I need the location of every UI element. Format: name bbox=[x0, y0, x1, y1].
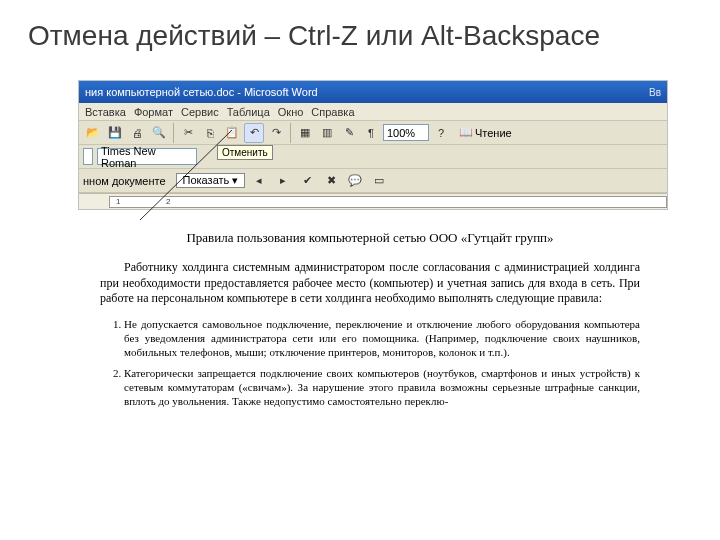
show-button[interactable]: Показать ▾ bbox=[176, 173, 246, 188]
style-combo[interactable] bbox=[83, 148, 93, 165]
review-toolbar: нном документе Показать ▾ ◂ ▸ ✔ ✖ 💬 ▭ bbox=[79, 169, 667, 193]
format-toolbar: Times New Roman bbox=[79, 145, 667, 169]
cut-button[interactable]: ✂ bbox=[178, 123, 198, 143]
next-change-button[interactable]: ▸ bbox=[273, 171, 293, 191]
list-item: Не допускается самовольное подключение, … bbox=[124, 317, 640, 360]
comment-button[interactable]: 💬 bbox=[345, 171, 365, 191]
undo-tooltip: Отменить bbox=[217, 145, 273, 160]
paste-button[interactable]: 📋 bbox=[222, 123, 242, 143]
save-button[interactable]: 💾 bbox=[105, 123, 125, 143]
read-label: Чтение bbox=[475, 127, 512, 139]
help-button[interactable]: ? bbox=[431, 123, 451, 143]
open-button[interactable]: 📂 bbox=[83, 123, 103, 143]
menubar: Вставка Формат Сервис Таблица Окно Справ… bbox=[79, 103, 667, 121]
divider bbox=[173, 123, 174, 143]
columns-button[interactable]: ▥ bbox=[317, 123, 337, 143]
menu-help[interactable]: Справка bbox=[311, 106, 354, 118]
accept-button[interactable]: ✔ bbox=[297, 171, 317, 191]
standard-toolbar: 📂 💾 🖨 🔍 ✂ ⎘ 📋 ↶ ↷ ▦ ▥ ✎ ¶ 100% ? 📖 Чтени… bbox=[79, 121, 667, 145]
ruler: 1 2 bbox=[79, 193, 667, 209]
word-window: ния компьютерной сетью.doc - Microsoft W… bbox=[78, 80, 668, 210]
doc-heading: Правила пользования компьютерной сетью О… bbox=[100, 230, 640, 246]
read-mode-button[interactable]: 📖 Чтение bbox=[459, 126, 512, 139]
type-question-hint: Вв bbox=[649, 87, 661, 98]
slide-title: Отмена действий – Ctrl-Z или Alt-Backspa… bbox=[0, 0, 720, 52]
highlight-button[interactable]: ▭ bbox=[369, 171, 389, 191]
menu-tools[interactable]: Сервис bbox=[181, 106, 219, 118]
print-preview-button[interactable]: 🔍 bbox=[149, 123, 169, 143]
doc-rules-list: Не допускается самовольное подключение, … bbox=[100, 317, 640, 409]
document-content: Правила пользования компьютерной сетью О… bbox=[100, 230, 640, 415]
doc-paragraph: Работнику холдинга системным администрат… bbox=[100, 260, 640, 307]
menu-format[interactable]: Формат bbox=[134, 106, 173, 118]
print-button[interactable]: 🖨 bbox=[127, 123, 147, 143]
font-combo[interactable]: Times New Roman bbox=[97, 148, 197, 165]
menu-window[interactable]: Окно bbox=[278, 106, 304, 118]
redo-button[interactable]: ↷ bbox=[266, 123, 286, 143]
menu-insert[interactable]: Вставка bbox=[85, 106, 126, 118]
titlebar-text: ния компьютерной сетью.doc - Microsoft W… bbox=[85, 86, 318, 98]
table-button[interactable]: ▦ bbox=[295, 123, 315, 143]
word-titlebar: ния компьютерной сетью.doc - Microsoft W… bbox=[79, 81, 667, 103]
para-marks-button[interactable]: ¶ bbox=[361, 123, 381, 143]
final-doc-label: нном документе bbox=[83, 175, 166, 187]
divider bbox=[290, 123, 291, 143]
zoom-combo[interactable]: 100% bbox=[383, 124, 429, 141]
menu-table[interactable]: Таблица bbox=[227, 106, 270, 118]
undo-button[interactable]: ↶ bbox=[244, 123, 264, 143]
drawing-button[interactable]: ✎ bbox=[339, 123, 359, 143]
list-item: Категорически запрещается подключение св… bbox=[124, 366, 640, 409]
prev-change-button[interactable]: ◂ bbox=[249, 171, 269, 191]
reject-button[interactable]: ✖ bbox=[321, 171, 341, 191]
page-background bbox=[79, 209, 667, 210]
copy-button[interactable]: ⎘ bbox=[200, 123, 220, 143]
